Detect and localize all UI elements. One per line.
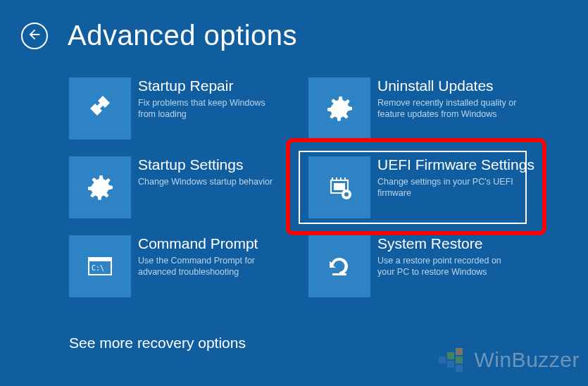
chip-gear-icon — [308, 156, 370, 218]
wrench-icon — [69, 77, 131, 139]
svg-rect-17 — [456, 365, 463, 372]
tile-desc: Use a restore point recorded on your PC … — [377, 255, 518, 278]
tile-desc: Fix problems that keep Windows from load… — [138, 97, 279, 120]
tile-desc: Change settings in your PC's UEFI firmwa… — [377, 176, 518, 199]
tile-title: Command Prompt — [138, 235, 279, 252]
tile-desc: Remove recently installed quality or fea… — [377, 97, 518, 120]
tile-title: Startup Settings — [138, 156, 273, 173]
tile-command-prompt[interactable]: C:\ Command Prompt Use the Command Promp… — [69, 235, 301, 297]
tile-uefi-firmware-settings[interactable]: UEFI Firmware Settings Change settings i… — [308, 156, 541, 218]
restore-icon — [308, 235, 370, 297]
gear-icon — [69, 156, 131, 218]
back-button[interactable] — [21, 23, 48, 49]
svg-text:C:\: C:\ — [92, 264, 104, 272]
tile-title: UEFI Firmware Settings — [377, 156, 534, 173]
svg-rect-11 — [332, 273, 346, 275]
svg-point-7 — [344, 192, 349, 197]
tile-desc: Use the Command Prompt for advanced trou… — [138, 255, 279, 278]
page-title: Advanced options — [68, 20, 297, 51]
terminal-icon: C:\ — [69, 235, 131, 297]
watermark: WinBuzzer — [434, 341, 580, 379]
watermark-logo-icon — [434, 341, 470, 379]
svg-rect-12 — [439, 356, 446, 363]
tile-startup-repair[interactable]: Startup Repair Fix problems that keep Wi… — [69, 77, 301, 139]
tile-uninstall-updates[interactable]: Uninstall Updates Remove recently instal… — [308, 77, 541, 139]
tile-title: Uninstall Updates — [377, 77, 518, 94]
see-more-recovery-options-link[interactable]: See more recovery options — [69, 335, 246, 351]
tile-system-restore[interactable]: System Restore Use a restore point recor… — [308, 235, 541, 297]
tile-desc: Change Windows startup behavior — [138, 176, 273, 187]
tile-title: Startup Repair — [138, 77, 279, 94]
arrow-left-icon — [27, 27, 42, 45]
tile-startup-settings[interactable]: Startup Settings Change Windows startup … — [69, 156, 301, 218]
tile-title: System Restore — [377, 235, 518, 252]
svg-rect-9 — [89, 258, 111, 261]
watermark-text: WinBuzzer — [474, 348, 580, 372]
tiles-grid: Startup Repair Fix problems that keep Wi… — [69, 77, 548, 297]
svg-rect-14 — [447, 361, 454, 368]
svg-rect-1 — [334, 183, 345, 190]
svg-rect-13 — [447, 352, 454, 359]
gear-icon — [308, 77, 370, 139]
svg-rect-16 — [456, 356, 463, 363]
svg-rect-15 — [456, 348, 463, 355]
